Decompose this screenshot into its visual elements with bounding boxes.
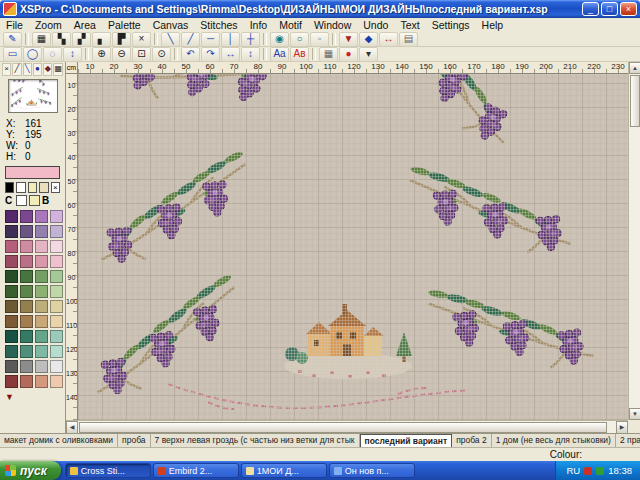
sheet-tab[interactable]: 1 дом (не весь для стыковки) xyxy=(492,434,616,448)
zoom-in-tool[interactable]: ⊕ xyxy=(92,47,111,62)
palette-swatch[interactable] xyxy=(20,255,33,268)
palette-swatch[interactable] xyxy=(35,360,48,373)
rotate-right-tool[interactable]: ↷ xyxy=(201,47,220,62)
palette-swatch[interactable] xyxy=(5,270,18,283)
palette-swatch[interactable] xyxy=(5,225,18,238)
menu-window[interactable]: Window xyxy=(308,19,357,31)
palette-swatch[interactable] xyxy=(5,360,18,373)
zoom-actual-tool[interactable]: ⊙ xyxy=(152,47,171,62)
palette-swatch[interactable] xyxy=(5,345,18,358)
quarter-stitch-tool[interactable]: ▖ xyxy=(92,32,111,47)
palette-swatch[interactable] xyxy=(5,330,18,343)
vertical-scroll-thumb[interactable] xyxy=(630,75,640,127)
vertical-scrollbar[interactable]: ▲ ▼ xyxy=(628,62,640,420)
move-selection-tool[interactable]: ↕ xyxy=(63,47,82,62)
half-view-icon[interactable]: ╱ xyxy=(12,63,21,76)
palette-swatch[interactable] xyxy=(20,375,33,388)
menu-file[interactable]: File xyxy=(0,19,29,31)
palette-swatch[interactable] xyxy=(20,240,33,253)
bead-view-icon[interactable]: ◆ xyxy=(43,63,52,76)
palette-swatch[interactable] xyxy=(35,315,48,328)
palette-swatch[interactable] xyxy=(5,300,18,313)
half-stitch-ne-tool[interactable]: ▚ xyxy=(52,32,71,47)
c-color-swatch[interactable] xyxy=(16,195,27,206)
flood-fill-tool[interactable]: ◆ xyxy=(359,32,378,47)
palette-swatch[interactable] xyxy=(35,270,48,283)
palette-swatch[interactable] xyxy=(35,210,48,223)
menu-text[interactable]: Text xyxy=(394,19,425,31)
close-button[interactable]: × xyxy=(620,2,637,16)
menu-undo[interactable]: Undo xyxy=(357,19,394,31)
palette-swatch[interactable] xyxy=(50,270,63,283)
palette-swatch[interactable] xyxy=(50,255,63,268)
palette-swatch[interactable] xyxy=(50,240,63,253)
palette-swatch[interactable] xyxy=(35,300,48,313)
palette-swatch[interactable] xyxy=(50,345,63,358)
scroll-down-icon[interactable]: ▼ xyxy=(629,408,640,420)
cross-view-icon[interactable]: × xyxy=(2,63,11,76)
tray-icon-1[interactable] xyxy=(584,467,592,475)
half-stitch-nw-tool[interactable]: ▞ xyxy=(72,32,91,47)
backstitch-grid-tool[interactable]: ┼ xyxy=(241,32,260,47)
menu-palette[interactable]: Palette xyxy=(102,19,147,31)
thread-color-indicator[interactable]: ● xyxy=(339,47,358,62)
backstitch-h-tool[interactable]: ─ xyxy=(201,32,220,47)
palette-swatch[interactable] xyxy=(20,330,33,343)
palette-swatch[interactable] xyxy=(35,240,48,253)
no-color-swatch[interactable]: × xyxy=(51,182,60,193)
flip-vertical-tool[interactable]: ↕ xyxy=(241,47,260,62)
palette-swatch[interactable] xyxy=(50,285,63,298)
flip-horizontal-tool[interactable]: ↔ xyxy=(221,47,240,62)
sheet-tab[interactable]: проба 2 xyxy=(452,434,492,448)
menu-settings[interactable]: Settings xyxy=(426,19,476,31)
palette-swatch[interactable] xyxy=(35,225,48,238)
menu-stitches[interactable]: Stitches xyxy=(194,19,243,31)
palette-swatch[interactable] xyxy=(35,255,48,268)
tray-icon-2[interactable] xyxy=(596,467,604,475)
cross-stitch-tool[interactable]: × xyxy=(132,32,151,47)
three-quarter-stitch-tool[interactable]: ▛ xyxy=(112,32,131,47)
palette-swatch[interactable] xyxy=(20,360,33,373)
menu-info[interactable]: Info xyxy=(244,19,274,31)
quick-swatch[interactable] xyxy=(39,182,48,193)
sheet-tab[interactable]: проба xyxy=(118,434,150,448)
backstitch-nw-tool[interactable]: ╲ xyxy=(161,32,180,47)
taskbar-button[interactable]: Он нов п... xyxy=(329,463,415,478)
swap-colors-tool[interactable]: ↔ xyxy=(379,32,398,47)
pencil-tool[interactable]: ✎ xyxy=(3,32,22,47)
palette-swatch[interactable] xyxy=(50,315,63,328)
palette-swatch[interactable] xyxy=(50,330,63,343)
menu-zoom[interactable]: Zoom xyxy=(29,19,68,31)
palette-swatch[interactable] xyxy=(50,225,63,238)
palette-swatch[interactable] xyxy=(50,300,63,313)
palette-swatch[interactable] xyxy=(20,285,33,298)
taskbar-button[interactable]: Cross Sti... xyxy=(65,463,151,478)
palette-swatch[interactable] xyxy=(50,375,63,388)
block-view-icon[interactable]: ▦ xyxy=(53,63,63,76)
sheet-tab[interactable]: макет домик с оливковками xyxy=(0,434,118,448)
horizontal-scrollbar[interactable]: ◀ ▶ xyxy=(66,420,628,433)
palette-swatch[interactable] xyxy=(50,360,63,373)
palette-swatch[interactable] xyxy=(20,345,33,358)
palette-scroll-down-icon[interactable]: ▼ xyxy=(0,391,65,402)
palette-swatch[interactable] xyxy=(35,345,48,358)
menu-canvas[interactable]: Canvas xyxy=(147,19,195,31)
rotate-left-tool[interactable]: ↶ xyxy=(181,47,200,62)
palette-swatch[interactable] xyxy=(5,210,18,223)
select-rect-tool[interactable]: ▭ xyxy=(3,47,22,62)
stitch-canvas[interactable] xyxy=(78,74,628,420)
text-latin-tool[interactable]: Aa xyxy=(270,47,289,62)
palette-swatch[interactable] xyxy=(50,210,63,223)
quick-swatch[interactable] xyxy=(5,182,14,193)
maximize-button[interactable]: □ xyxy=(601,2,618,16)
palette-swatch[interactable] xyxy=(20,270,33,283)
french-knot-tool[interactable]: ◉ xyxy=(270,32,289,47)
palette-swatch[interactable] xyxy=(20,225,33,238)
quick-swatch[interactable] xyxy=(28,182,37,193)
menu-motif[interactable]: Motif xyxy=(273,19,308,31)
lasso-tool[interactable]: ◌ xyxy=(43,47,62,62)
quick-swatch[interactable] xyxy=(16,182,25,193)
bead-tool[interactable]: ○ xyxy=(290,32,309,47)
palette-swatch[interactable] xyxy=(5,315,18,328)
palette-swatch[interactable] xyxy=(5,255,18,268)
